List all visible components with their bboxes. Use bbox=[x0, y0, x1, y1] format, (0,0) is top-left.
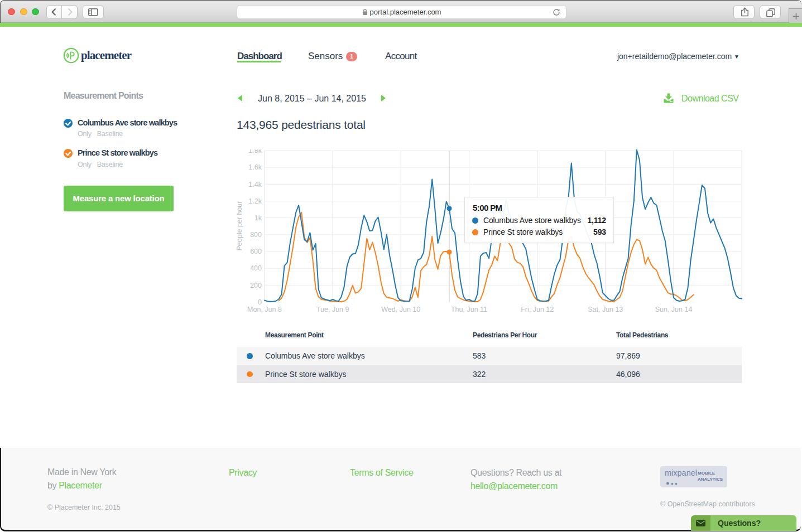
svg-text:800: 800 bbox=[250, 231, 262, 239]
svg-text:1.6k: 1.6k bbox=[248, 163, 262, 171]
svg-text:Thu, Jun 11: Thu, Jun 11 bbox=[451, 306, 487, 313]
svg-text:1k: 1k bbox=[254, 214, 262, 222]
svg-text:400: 400 bbox=[250, 264, 262, 272]
svg-text:Tue, Jun 9: Tue, Jun 9 bbox=[316, 306, 349, 313]
svg-text:1.4k: 1.4k bbox=[248, 181, 262, 188]
svg-text:Fri, Jun 12: Fri, Jun 12 bbox=[521, 306, 554, 313]
svg-text:1.8k: 1.8k bbox=[248, 149, 262, 154]
svg-text:600: 600 bbox=[250, 248, 262, 255]
svg-text:0: 0 bbox=[258, 298, 262, 306]
svg-text:1.2k: 1.2k bbox=[248, 197, 262, 205]
svg-text:Sun, Jun 14: Sun, Jun 14 bbox=[655, 306, 693, 313]
svg-text:Wed, Jun 10: Wed, Jun 10 bbox=[381, 306, 420, 313]
svg-text:200: 200 bbox=[250, 282, 262, 289]
svg-text:Sat, Jun 13: Sat, Jun 13 bbox=[588, 306, 623, 313]
svg-text:People per hour: People per hour bbox=[236, 201, 243, 251]
svg-text:Mon, Jun 8: Mon, Jun 8 bbox=[247, 306, 282, 313]
